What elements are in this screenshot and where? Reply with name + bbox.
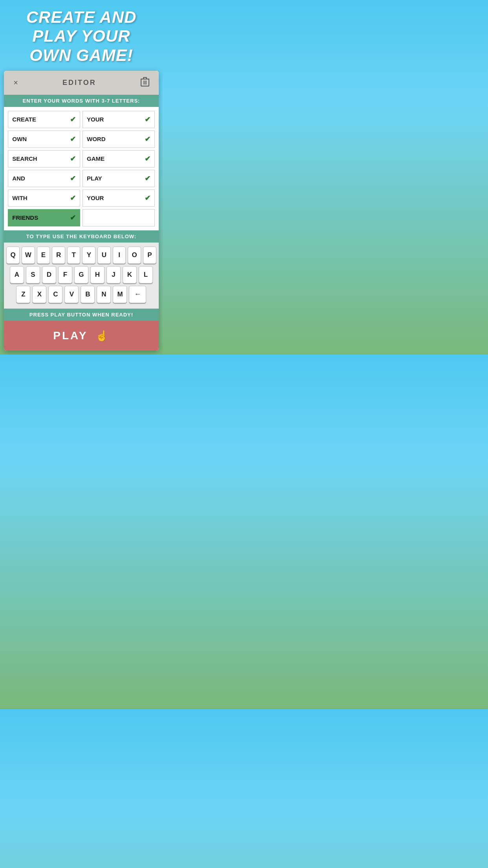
key-v[interactable]: V [64, 286, 79, 303]
key-t[interactable]: T [67, 246, 81, 264]
key-w[interactable]: W [22, 246, 35, 264]
checkmark-icon: ✔ [70, 194, 76, 202]
key-n[interactable]: N [97, 286, 111, 303]
checkmark-icon: ✔ [70, 115, 76, 124]
word-text: PLAY [87, 175, 102, 182]
word-text: YOUR [87, 195, 104, 201]
word-cell[interactable]: OWN✔ [8, 131, 80, 148]
key-g[interactable]: G [74, 266, 88, 283]
key-o[interactable]: O [128, 246, 141, 264]
checkmark-icon: ✔ [145, 115, 150, 124]
word-cell[interactable]: PLAY✔ [83, 170, 155, 187]
keyboard-row-2: ASDFGHJKL [6, 266, 156, 283]
play-button[interactable]: PLAY ☝ [4, 321, 158, 351]
word-text: AND [12, 175, 25, 182]
key-z[interactable]: Z [16, 286, 30, 303]
key-b[interactable]: B [81, 286, 95, 303]
key-a[interactable]: A [10, 266, 24, 283]
editor-container: × EDITOR ENTER YOUR WORDS WITH 3-7 LETTE… [4, 71, 158, 351]
key-r[interactable]: R [52, 246, 65, 264]
key-m[interactable]: M [113, 286, 127, 303]
word-cell[interactable]: GAME✔ [83, 150, 155, 167]
word-cell[interactable]: WITH✔ [8, 189, 80, 207]
backspace-key[interactable]: ← [129, 286, 146, 303]
word-text: GAME [87, 155, 105, 162]
key-i[interactable]: I [113, 246, 126, 264]
key-j[interactable]: J [106, 266, 121, 283]
word-cell[interactable]: YOUR✔ [83, 189, 155, 207]
checkmark-icon: ✔ [145, 154, 150, 163]
key-p[interactable]: P [143, 246, 156, 264]
checkmark-icon: ✔ [70, 135, 76, 143]
checkmark-icon: ✔ [70, 154, 76, 163]
key-s[interactable]: S [26, 266, 40, 283]
word-text: CREATE [12, 116, 36, 123]
word-cell[interactable]: AND✔ [8, 170, 80, 187]
key-f[interactable]: F [58, 266, 72, 283]
key-y[interactable]: Y [82, 246, 95, 264]
key-e[interactable]: E [37, 246, 50, 264]
trash-button[interactable] [138, 76, 152, 89]
word-text: FRIENDS [12, 214, 38, 221]
key-h[interactable]: H [90, 266, 105, 283]
checkmark-icon: ✔ [70, 174, 76, 183]
hero-title: CREATE AND PLAY YOUR OWN GAME! [0, 0, 163, 71]
finger-icon: ☝ [95, 330, 110, 342]
editor-title: EDITOR [62, 79, 96, 87]
key-x[interactable]: X [32, 286, 46, 303]
word-text: SEARCH [12, 155, 37, 162]
word-text: WORD [87, 136, 106, 142]
keyboard-hint: TO TYPE USE THE KEYBOARD BELOW: [4, 230, 158, 243]
checkmark-icon: ✔ [145, 194, 150, 202]
word-text: YOUR [87, 116, 104, 123]
editor-header: × EDITOR [4, 71, 158, 95]
keyboard-area: QWERTYUIOP ASDFGHJKL ZXCVBNM← [4, 243, 158, 309]
key-d[interactable]: D [42, 266, 56, 283]
checkmark-icon: ✔ [145, 174, 150, 183]
key-c[interactable]: C [48, 286, 62, 303]
word-text: WITH [12, 195, 27, 201]
close-button[interactable]: × [11, 77, 20, 88]
key-q[interactable]: Q [6, 246, 20, 264]
keyboard-row-3: ZXCVBNM← [6, 286, 156, 303]
words-grid: CREATE✔YOUR✔OWN✔WORD✔SEARCH✔GAME✔AND✔PLA… [4, 107, 158, 230]
word-cell[interactable]: FRIENDS✔ [8, 209, 80, 226]
words-section-header: ENTER YOUR WORDS WITH 3-7 LETTERS: [4, 95, 158, 107]
word-text: OWN [12, 136, 27, 142]
key-l[interactable]: L [139, 266, 153, 283]
keyboard-row-1: QWERTYUIOP [6, 246, 156, 264]
word-cell[interactable]: CREATE✔ [8, 111, 80, 128]
word-cell[interactable]: SEARCH✔ [8, 150, 80, 167]
checkmark-icon: ✔ [145, 135, 150, 143]
play-hint: PRESS PLAY BUTTON WHEN READY! [4, 309, 158, 321]
word-cell[interactable] [83, 209, 155, 226]
word-cell[interactable]: WORD✔ [83, 131, 155, 148]
key-u[interactable]: U [97, 246, 111, 264]
checkmark-icon: ✔ [70, 213, 76, 222]
key-k[interactable]: K [123, 266, 137, 283]
word-cell[interactable]: YOUR✔ [83, 111, 155, 128]
